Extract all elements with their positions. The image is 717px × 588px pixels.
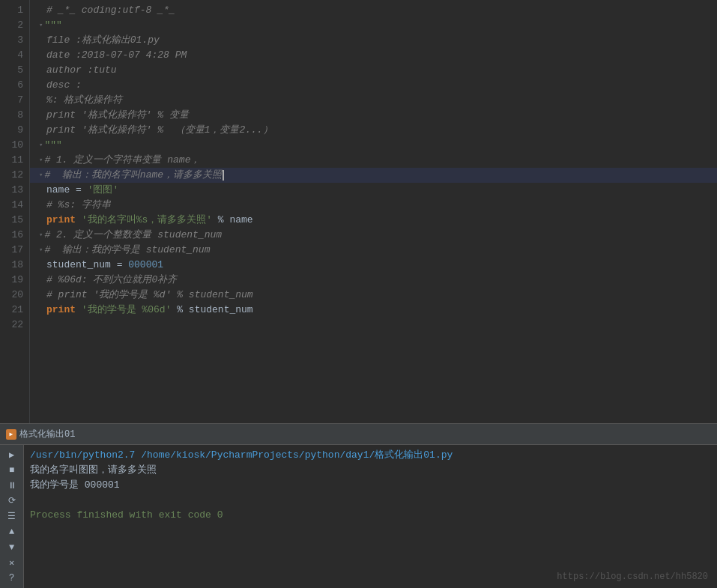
code-line: ▾# 2. 定义一个整数变量 student_num <box>30 228 717 243</box>
code-token: """ <box>44 138 61 153</box>
output-line <box>30 538 711 553</box>
fold-arrow-icon[interactable]: ▾ <box>39 168 43 183</box>
output-line: /usr/bin/python2.7 /home/kiosk/PycharmPr… <box>30 448 711 463</box>
code-token: """ <box>44 18 61 33</box>
run-tab-bar: ▶ 格式化输出01 <box>0 424 717 445</box>
run-tab[interactable]: ▶ 格式化输出01 <box>6 428 75 440</box>
code-token: student_num <box>146 243 211 258</box>
code-token: '我的名字叫%s，请多多关照' <box>82 213 212 228</box>
code-token: '图图' <box>88 183 119 198</box>
line-number: 15 <box>6 213 23 228</box>
output-line: 我的学号是 000001 <box>30 478 711 493</box>
output-line <box>30 553 711 568</box>
left-toolbar: ▶■⏸⟳☰▲▼✕? <box>0 445 24 588</box>
code-token: author :tutu <box>46 63 117 78</box>
line-number: 21 <box>6 303 23 318</box>
code-area[interactable]: # _*_ coding:utf-8 _*_▾"""file :格式化输出01.… <box>30 0 717 423</box>
line-number: 13 <box>6 183 23 198</box>
code-token: 000001 <box>128 258 163 273</box>
line-number: 6 <box>6 78 23 93</box>
code-token: % student_num <box>171 303 252 318</box>
code-token: '格式化操作符' <box>82 108 152 123</box>
fold-arrow-icon[interactable]: ▾ <box>39 138 43 153</box>
run-button[interactable]: ▶ <box>4 448 20 462</box>
watermark: https://blog.csdn.net/hh5820 <box>557 572 708 582</box>
line-number: 4 <box>6 48 23 63</box>
code-line: print '格式化操作符' % 变量 <box>30 108 717 123</box>
code-line: %: 格式化操作符 <box>30 93 717 108</box>
code-token: # 输出：我的名字叫 <box>44 168 139 183</box>
code-token: # %s: 字符串 <box>46 198 111 213</box>
code-token: ，请多多关照 <box>163 168 222 183</box>
code-token: % 变量 <box>151 108 188 123</box>
fold-arrow-icon[interactable]: ▾ <box>39 243 43 258</box>
code-token: # print <box>46 288 93 303</box>
code-token <box>76 213 82 228</box>
line-number: 20 <box>6 288 23 303</box>
line-number: 19 <box>6 273 23 288</box>
code-line: ▾""" <box>30 18 717 33</box>
line-number: 10 <box>6 138 23 153</box>
line-number: 8 <box>6 108 23 123</box>
code-token: name <box>46 183 70 198</box>
code-line: date :2018-07-07 4:28 PM <box>30 48 717 63</box>
code-line: print '格式化操作符' % （变量1，变量2...） <box>30 123 717 138</box>
code-token: print <box>46 108 82 123</box>
line-number: 12 <box>6 168 23 183</box>
editor-area: 12345678910111213141516171819202122 # _*… <box>0 0 717 423</box>
line-number: 11 <box>6 153 23 168</box>
code-token: '我的学号是 %06d' <box>82 303 172 318</box>
stop-button[interactable]: ■ <box>4 464 20 478</box>
fold-arrow-icon[interactable]: ▾ <box>39 228 43 243</box>
run-tab-label: 格式化输出01 <box>19 428 75 440</box>
code-token: # _*_ coding:utf-8 _*_ <box>46 3 175 18</box>
code-token: ， <box>190 153 200 168</box>
code-line: # _*_ coding:utf-8 _*_ <box>30 3 717 18</box>
scroll-down-button[interactable]: ▼ <box>4 540 20 554</box>
output-line: 我的名字叫图图，请多多关照 <box>30 463 711 478</box>
output-line: Process finished with exit code 0 <box>30 508 711 523</box>
line-number: 16 <box>6 228 23 243</box>
code-token: date :2018-07-07 4:28 PM <box>46 48 187 63</box>
line-number: 17 <box>6 243 23 258</box>
help-button[interactable]: ? <box>4 572 20 586</box>
rerun-button[interactable]: ⟳ <box>4 494 20 509</box>
code-token: # 1. 定义一个字符串变量 <box>44 153 167 168</box>
code-token: %: 格式化操作符 <box>46 93 122 108</box>
code-line: student_num = 000001 <box>30 258 717 273</box>
pause-button[interactable]: ⏸ <box>4 479 20 493</box>
code-line: # print '我的学号是 %d' % student_num <box>30 288 717 303</box>
code-token: print <box>46 213 76 228</box>
output-area: /usr/bin/python2.7 /home/kiosk/PycharmPr… <box>24 445 717 588</box>
code-token: print <box>46 123 82 138</box>
bottom-content: ▶■⏸⟳☰▲▼✕? /usr/bin/python2.7 /home/kiosk… <box>0 445 717 588</box>
code-token: # %06d: 不到六位就用0补齐 <box>46 273 177 288</box>
line-number: 14 <box>6 198 23 213</box>
code-line: ▾""" <box>30 138 717 153</box>
code-line: desc : <box>30 78 717 93</box>
code-token: desc : <box>46 78 82 93</box>
settings-button[interactable]: ☰ <box>4 509 20 524</box>
code-line: name = '图图' <box>30 183 717 198</box>
code-line: print '我的学号是 %06d' % student_num <box>30 303 717 318</box>
code-line: ▾# 输出：我的学号是 student_num <box>30 243 717 258</box>
code-token <box>76 303 82 318</box>
code-token: file : <box>46 33 82 48</box>
code-line: # %s: 字符串 <box>30 198 717 213</box>
output-line <box>30 493 711 508</box>
line-number: 9 <box>6 123 23 138</box>
code-token: name <box>167 153 190 168</box>
clear-button[interactable]: ✕ <box>4 556 20 570</box>
code-line: author :tutu <box>30 63 717 78</box>
fold-arrow-icon[interactable]: ▾ <box>39 18 43 33</box>
line-number: 22 <box>6 318 23 333</box>
scroll-up-button[interactable]: ▲ <box>4 525 20 539</box>
code-token: '格式化操作符' <box>82 123 152 138</box>
line-number: 2 <box>6 18 23 33</box>
fold-arrow-icon[interactable]: ▾ <box>39 153 43 168</box>
bottom-panel: ▶ 格式化输出01 ▶■⏸⟳☰▲▼✕? /usr/bin/python2.7 /… <box>0 423 717 588</box>
text-cursor <box>223 170 224 181</box>
code-token: name <box>140 168 163 183</box>
line-numbers: 12345678910111213141516171819202122 <box>0 0 30 423</box>
code-line: file :格式化输出01.py <box>30 33 717 48</box>
